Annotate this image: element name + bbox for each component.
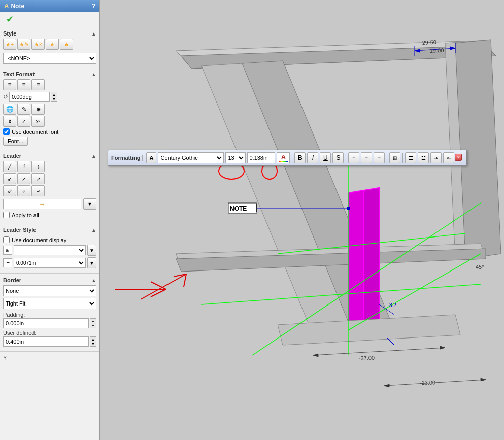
leader-icon-7[interactable]: ⇙ [3, 185, 16, 196]
globe-icon-button[interactable]: 🌐 [3, 104, 16, 115]
border-header[interactable]: Border ▲ [3, 276, 96, 285]
indent-button-2[interactable]: ⇤ [443, 152, 454, 163]
panel-title-bar: A Note ? [0, 0, 99, 12]
font-family-dropdown[interactable]: Century Gothic [158, 152, 224, 163]
use-doc-display-checkbox[interactable] [3, 236, 10, 243]
leader-icon-4[interactable]: ↙ [3, 173, 16, 184]
style-collapse-arrow[interactable]: ▲ [91, 31, 96, 37]
align-right-tb-button[interactable]: ≡ [374, 152, 385, 163]
style-icon-star-2[interactable]: ★ [60, 39, 73, 50]
align-center-tb-button[interactable]: ≡ [361, 152, 372, 163]
svg-text:29-50: 29-50 [422, 39, 436, 46]
spacing-icon-button[interactable]: ⇕ [3, 116, 16, 127]
border-collapse[interactable]: ▲ [91, 278, 96, 283]
y-label: Y [0, 352, 99, 364]
use-doc-font-checkbox[interactable] [3, 128, 10, 135]
padding-input[interactable] [3, 318, 89, 328]
indent-button-1[interactable]: ⇥ [430, 152, 442, 163]
padding-row: ▲ ▼ [3, 318, 96, 328]
leader-section: Leader ▲ ╱ ⤴ ⤵ ↙ ↗ ↗ ⇙ ⇗ ⤻ → ▼ Apply to … [0, 149, 99, 223]
svg-text:NOTE: NOTE [230, 205, 247, 212]
text-format-header[interactable]: Text Format ▲ [3, 70, 96, 79]
underline-button[interactable]: U [320, 152, 331, 163]
leader-style-collapse[interactable]: ▲ [91, 227, 96, 233]
apply-all-label: Apply to all [12, 212, 39, 218]
style-label: Style [3, 30, 16, 37]
style-dropdown[interactable]: <NONE> [3, 53, 96, 64]
angle-row: ↺ ▲ ▼ [3, 92, 96, 102]
style-icon-star-delete[interactable]: ★× [31, 39, 45, 50]
use-doc-display-row: Use document display [3, 236, 96, 243]
help-button[interactable]: ? [92, 3, 95, 10]
arrow-preview-icon: → [39, 200, 46, 208]
style-section-header[interactable]: Style ▲ [3, 29, 96, 39]
check-icon-button[interactable]: ✓ [17, 116, 30, 127]
padding-label: Padding: [3, 312, 96, 318]
leader-header[interactable]: Leader ▲ [3, 151, 96, 161]
color-bar [279, 161, 288, 162]
toolbar-title: Formatting [111, 155, 143, 161]
checkmark-button[interactable]: ✔ [3, 13, 17, 25]
svg-text:45°: 45° [476, 264, 484, 270]
font-size-dropdown[interactable]: 13 [225, 152, 246, 163]
user-defined-label: User defined: [3, 330, 96, 336]
line-style-expand[interactable]: ▼ [87, 245, 96, 256]
angle-spinner[interactable]: ▲ ▼ [51, 92, 57, 102]
apply-all-checkbox[interactable] [3, 212, 10, 218]
leader-icon-9[interactable]: ⤻ [31, 185, 45, 196]
leader-collapse[interactable]: ▲ [91, 153, 96, 159]
font-icon-button[interactable]: A [146, 152, 156, 163]
svg-text:19.00: 19.00 [429, 47, 444, 54]
user-defined-input[interactable] [3, 336, 89, 347]
list-button-2[interactable]: ☱ [418, 152, 429, 163]
main-cad-area: 29-50 19.00 45° -37.00 -23.00 8.2 NOT [100, 0, 504, 440]
align-right-button[interactable]: ≡ [31, 79, 45, 90]
style-icon-star-add[interactable]: ★+ [3, 39, 16, 50]
leader-arrow-row: → ▼ [3, 198, 96, 210]
panel-title: Note [11, 3, 24, 10]
user-defined-row: ▲ ▼ [3, 336, 96, 347]
strikethrough-button[interactable]: S [332, 152, 344, 163]
style-icon-star-edit[interactable]: ★✎ [17, 39, 30, 50]
font-color-button[interactable]: A [277, 152, 290, 163]
italic-button[interactable]: I [307, 152, 318, 163]
style-section: Style ▲ ★+ ★✎ ★× ★ ★ <NONE> [0, 27, 99, 67]
separator-2 [346, 153, 346, 163]
line-style-dropdown[interactable]: - - - - - - - - - - [14, 245, 86, 255]
insert-icon-button[interactable]: ⊕ [31, 104, 45, 115]
leader-icon-5[interactable]: ↗ [17, 173, 30, 184]
align-left-tb-button[interactable]: ≡ [348, 152, 359, 163]
text-align-row: ≡ ≡ ≡ [3, 79, 96, 90]
leader-icon-2[interactable]: ⤴ [17, 161, 30, 172]
text-format-collapse[interactable]: ▲ [91, 72, 96, 77]
leader-icon-1[interactable]: ╱ [3, 161, 16, 172]
thickness-expand[interactable]: ▼ [87, 257, 96, 268]
thickness-row: ━ 0.0071in ▼ [3, 257, 96, 268]
user-defined-spinner[interactable]: ▲ ▼ [90, 336, 96, 347]
leader-style-label: Leader Style [3, 227, 36, 233]
left-panel: A Note ? ✔ Style ▲ ★+ ★✎ ★× ★ ★ [0, 0, 100, 440]
align-left-button[interactable]: ≡ [3, 79, 16, 90]
thickness-dropdown[interactable]: 0.0071in [14, 258, 86, 268]
stack-button[interactable]: ⊞ [389, 152, 400, 163]
bold-button[interactable]: B [294, 152, 306, 163]
leader-icon-8[interactable]: ⇗ [17, 185, 30, 196]
border-type-dropdown[interactable]: None [3, 285, 96, 296]
toolbar-close-button[interactable]: × [455, 154, 462, 161]
padding-spinner[interactable]: ▲ ▼ [90, 318, 96, 328]
leader-icon-6[interactable]: ↗ [31, 173, 45, 184]
align-center-button[interactable]: ≡ [17, 79, 30, 90]
edit-icon-button[interactable]: ✎ [17, 104, 30, 115]
leader-style-header[interactable]: Leader Style ▲ [3, 225, 96, 235]
list-button-1[interactable]: ☰ [405, 152, 416, 163]
tight-fit-dropdown[interactable]: Tight Fit [3, 298, 96, 309]
font-size-input[interactable] [247, 152, 275, 163]
font-button[interactable]: Font... [3, 137, 28, 146]
style-icon-star-1[interactable]: ★ [46, 39, 59, 50]
leader-arrow-preview[interactable]: → [3, 199, 81, 209]
leader-style-section: Leader Style ▲ Use document display ⊞ - … [0, 223, 99, 274]
angle-input[interactable] [9, 92, 50, 102]
leader-dropdown-btn[interactable]: ▼ [83, 198, 96, 210]
superscript-icon-button[interactable]: x² [31, 116, 45, 127]
leader-icon-3[interactable]: ⤵ [31, 161, 45, 172]
